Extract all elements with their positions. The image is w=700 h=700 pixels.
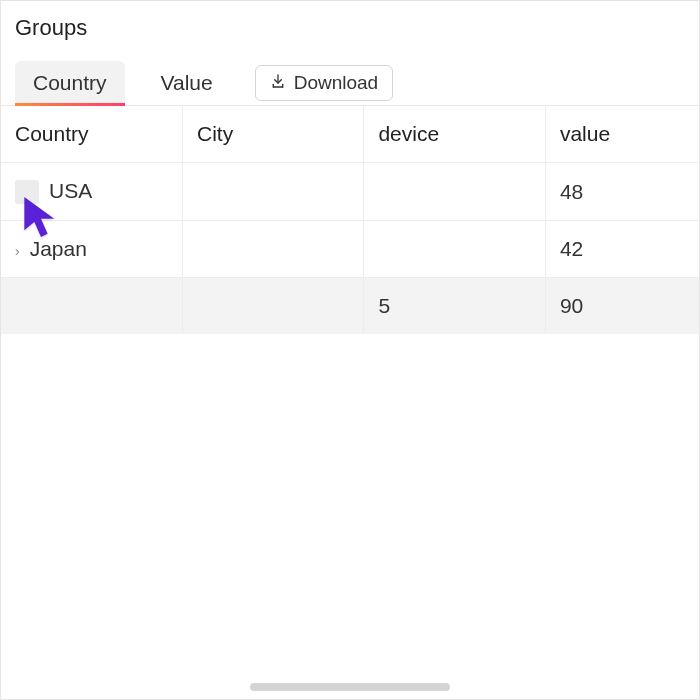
expand-icon[interactable] bbox=[15, 180, 39, 204]
table-row[interactable]: ›Japan 42 bbox=[1, 221, 699, 278]
tab-bar: Country Value Download bbox=[1, 61, 699, 106]
tab-country[interactable]: Country bbox=[15, 61, 125, 105]
summary-row: 5 90 bbox=[1, 278, 699, 335]
cell-country: USA bbox=[49, 179, 92, 202]
cell-city bbox=[182, 163, 363, 221]
cell-value: 42 bbox=[545, 221, 699, 278]
download-icon bbox=[270, 72, 286, 94]
cell-city bbox=[182, 278, 363, 335]
table-row[interactable]: USA 48 bbox=[1, 163, 699, 221]
panel: Groups Country Value Download Country Ci… bbox=[0, 0, 700, 700]
col-value[interactable]: value bbox=[545, 106, 699, 163]
panel-title: Groups bbox=[1, 1, 699, 61]
cell-device bbox=[364, 221, 545, 278]
col-country[interactable]: Country bbox=[1, 106, 182, 163]
cell-value: 48 bbox=[545, 163, 699, 221]
col-city[interactable]: City bbox=[182, 106, 363, 163]
horizontal-scrollbar[interactable] bbox=[250, 683, 450, 691]
tab-value[interactable]: Value bbox=[143, 61, 231, 105]
cell-city bbox=[182, 221, 363, 278]
cell-country bbox=[1, 278, 182, 335]
download-button[interactable]: Download bbox=[255, 65, 394, 101]
chevron-right-icon[interactable]: › bbox=[15, 243, 20, 259]
col-device[interactable]: device bbox=[364, 106, 545, 163]
download-label: Download bbox=[294, 72, 379, 94]
cell-value: 90 bbox=[545, 278, 699, 335]
cell-country: Japan bbox=[30, 237, 87, 260]
cell-device bbox=[364, 163, 545, 221]
data-table: Country City device value USA 48 ›Japan … bbox=[1, 106, 699, 334]
cell-device: 5 bbox=[364, 278, 545, 335]
